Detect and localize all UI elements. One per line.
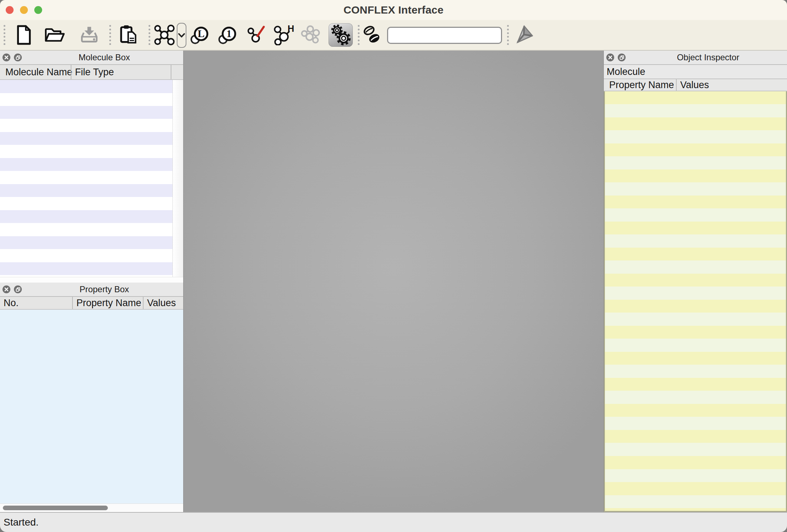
property-box-panel: Property Box No. Property Name Values — [0, 283, 183, 512]
object-inspector-title: Object Inspector — [629, 52, 787, 62]
title-bar: CONFLEX Interface — [0, 0, 787, 20]
column-spacer — [171, 65, 183, 79]
view-orientation-icon — [514, 25, 535, 45]
property-box-close-button[interactable] — [2, 285, 10, 293]
property-box-title: Property Box — [25, 284, 183, 294]
molecule-list-horizontal-scrollbar[interactable] — [0, 277, 183, 283]
open-file-button[interactable] — [43, 20, 66, 50]
glyph-l: L — [197, 28, 204, 39]
column-values[interactable]: Values — [676, 79, 787, 91]
molecule-box-close-button[interactable] — [2, 54, 10, 61]
property-box-float-button[interactable] — [14, 285, 22, 293]
object-inspector-header: Object Inspector — [604, 51, 787, 65]
inspector-column-header: Property Name Values — [604, 79, 787, 91]
scrollbar-thumb[interactable] — [3, 506, 108, 510]
main-region: Molecule Box Molecule Name File Type — [0, 51, 787, 512]
chevron-down-icon — [178, 33, 185, 38]
paste-button[interactable] — [117, 20, 140, 50]
toolbar: L 1 H — [0, 20, 787, 51]
save-button[interactable] — [78, 20, 101, 50]
status-bar: Started. — [0, 512, 787, 532]
toolbar-separator — [507, 25, 509, 45]
glyph-h: H — [287, 25, 294, 34]
molecule-box-header: Molecule Box — [0, 51, 183, 65]
float-panel-icon — [16, 55, 20, 60]
molecule-viewport[interactable] — [184, 51, 604, 512]
molecule-box-column-header: Molecule Name File Type — [0, 65, 183, 80]
column-no[interactable]: No. — [0, 297, 72, 309]
molecule-icon — [154, 25, 175, 45]
toolbar-separator — [358, 25, 360, 45]
object-inspector-float-button[interactable] — [618, 54, 626, 61]
toolbar-separator — [109, 25, 111, 45]
molecule-box-title: Molecule Box — [25, 52, 183, 62]
new-document-icon — [14, 25, 34, 45]
toolbar-separator — [4, 25, 5, 45]
app-window: CONFLEX Interface — [0, 0, 787, 532]
new-document-button[interactable] — [12, 20, 35, 50]
molecule-list-vertical-scrollbar[interactable] — [172, 80, 183, 277]
property-box-column-header: No. Property Name Values — [0, 297, 183, 310]
settings-gears-button[interactable] — [329, 23, 353, 47]
close-icon — [4, 55, 9, 60]
close-icon — [608, 55, 612, 60]
inspector-property-list[interactable] — [604, 91, 787, 512]
add-hydrogens-button[interactable]: H — [272, 20, 295, 50]
column-molecule-name[interactable]: Molecule Name — [0, 65, 71, 79]
column-file-type[interactable]: File Type — [71, 65, 171, 79]
open-folder-icon — [44, 25, 66, 45]
molecule-box-float-button[interactable] — [14, 54, 22, 61]
measure-vector-button[interactable] — [245, 20, 268, 50]
object-inspector-panel: Object Inspector Molecule Property Name … — [604, 51, 787, 512]
glyph-1: 1 — [226, 28, 232, 39]
label-element-button[interactable]: L — [188, 20, 211, 50]
column-property-name[interactable]: Property Name — [72, 297, 143, 309]
column-values[interactable]: Values — [143, 297, 183, 309]
save-icon — [79, 25, 100, 45]
float-panel-icon — [620, 55, 624, 60]
paste-icon — [119, 25, 139, 45]
property-box-header: Property Box — [0, 283, 183, 297]
new-molecule-button[interactable] — [154, 20, 175, 50]
settings-gears-icon — [330, 25, 351, 45]
property-list[interactable] — [0, 310, 183, 503]
column-property-name[interactable]: Property Name — [604, 79, 676, 91]
property-horizontal-scrollbar[interactable] — [0, 503, 183, 512]
molecule-list[interactable] — [0, 80, 183, 277]
label-element-icon: L — [189, 25, 210, 45]
label-number-button[interactable]: 1 — [216, 20, 239, 50]
window-title: CONFLEX Interface — [0, 0, 787, 20]
molecule-dropdown-button[interactable] — [177, 23, 186, 48]
conformation-network-button[interactable] — [300, 20, 322, 50]
conformation-network-icon — [301, 25, 321, 45]
command-input[interactable] — [387, 27, 502, 44]
close-icon — [4, 287, 9, 292]
status-text: Started. — [4, 517, 39, 528]
view-orientation-button[interactable] — [513, 20, 536, 50]
inspector-section-label: Molecule — [604, 65, 787, 79]
toolbar-separator — [149, 25, 150, 45]
beans-icon — [362, 25, 383, 45]
object-inspector-close-button[interactable] — [606, 54, 614, 61]
measure-vector-icon — [246, 25, 267, 45]
label-number-icon: 1 — [217, 25, 238, 45]
add-hydrogens-icon: H — [273, 25, 294, 45]
molecule-box-panel: Molecule Box Molecule Name File Type — [0, 51, 183, 283]
float-panel-icon — [16, 287, 20, 292]
run-beans-button[interactable] — [361, 20, 384, 50]
left-dock: Molecule Box Molecule Name File Type — [0, 51, 184, 512]
